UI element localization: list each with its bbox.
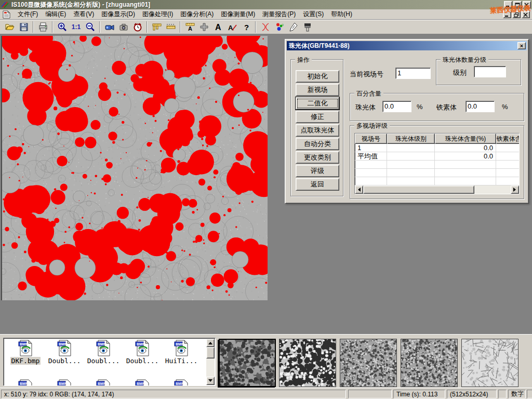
menu-image-display[interactable]: 图像显示(D) xyxy=(98,9,139,20)
svg-text:BMP: BMP xyxy=(20,382,28,385)
pearlite-percent-input[interactable]: 0.0 xyxy=(382,101,411,112)
thumbnail-4[interactable] xyxy=(401,339,458,387)
file-item-partial[interactable]: BMP xyxy=(7,379,44,386)
menu-image-process[interactable]: 图像处理(I) xyxy=(139,9,177,20)
thumbnail-1[interactable] xyxy=(219,339,276,387)
percent-group-label: 百分含量 xyxy=(354,89,383,98)
scroll-left-icon[interactable] xyxy=(355,185,363,194)
correct-button[interactable]: 修正 xyxy=(296,111,339,123)
menu-image-analysis[interactable]: 图像分析(A) xyxy=(177,9,217,20)
maximize-button[interactable] xyxy=(513,1,522,8)
file-item[interactable]: BMP Doubl... xyxy=(46,340,83,365)
table-row[interactable]: 1 0.0 xyxy=(355,144,519,152)
file-name[interactable]: Doubl... xyxy=(125,357,160,365)
mdi-minimize-button[interactable] xyxy=(503,11,511,18)
text-icon[interactable]: A xyxy=(211,20,225,33)
grade-input[interactable] xyxy=(474,66,506,77)
change-class-button[interactable]: 更改类别 xyxy=(296,151,339,164)
help-icon[interactable]: ? xyxy=(239,20,253,33)
file-item[interactable]: BMP Doubl... xyxy=(124,340,161,365)
grade-group-label: 珠光体数量分级 xyxy=(441,56,488,64)
col-pearlite-grade[interactable]: 珠光体级别 xyxy=(387,134,435,144)
cell-pearlite-pct: 0.0 xyxy=(435,152,496,160)
cell-ferrite-pct xyxy=(496,152,520,160)
actual-size-icon[interactable]: 1:1 xyxy=(69,20,83,33)
menu-image-measure[interactable]: 图像测量(M) xyxy=(217,9,259,20)
file-item[interactable]: BMP DKF.bmp xyxy=(7,340,44,365)
scroll-thumb[interactable] xyxy=(363,185,474,194)
dialog-close-icon[interactable]: × xyxy=(517,42,526,49)
mdi-close-button[interactable] xyxy=(522,11,530,18)
binarize-button[interactable]: 二值化 xyxy=(296,97,339,110)
minimize-button[interactable] xyxy=(504,1,512,8)
bmp-file-icon: BMP xyxy=(57,379,72,386)
curve-tool-icon[interactable] xyxy=(258,20,272,33)
thumbnail-2[interactable] xyxy=(279,339,336,387)
mdi-restore-button[interactable] xyxy=(512,11,521,18)
thumbnail-3[interactable] xyxy=(340,339,397,387)
init-button[interactable]: 初始化 xyxy=(296,70,339,83)
scroll-up-icon[interactable] xyxy=(206,339,215,347)
file-item[interactable]: BMP HuiTi... xyxy=(163,340,200,365)
svg-text:A: A xyxy=(188,25,192,32)
pick-pearlite-button[interactable]: 点取珠光体 xyxy=(296,124,339,137)
menu-edit[interactable]: 编辑(E) xyxy=(42,9,70,20)
scroll-right-icon[interactable] xyxy=(511,185,519,194)
col-pearlite-pct[interactable]: 珠光体含量(%) xyxy=(435,134,496,144)
rate-button[interactable]: 评级 xyxy=(296,165,339,177)
current-field-input[interactable]: 1 xyxy=(395,68,431,79)
color-particles-icon[interactable]: 3 xyxy=(272,20,286,33)
ferrite-percent-input[interactable]: 0.0 xyxy=(466,101,495,112)
ferrite-percent-sign: % xyxy=(502,103,508,111)
pen-tool-icon[interactable] xyxy=(286,20,300,33)
table-horizontal-scrollbar[interactable] xyxy=(355,185,519,194)
scroll-down-icon[interactable] xyxy=(206,377,215,385)
menu-help[interactable]: 帮助(H) xyxy=(327,9,356,20)
svg-text:BMP: BMP xyxy=(137,342,145,346)
blank-status xyxy=(498,390,507,398)
auto-classify-button[interactable]: 自动分类 xyxy=(296,138,339,150)
file-list-scrollbar[interactable] xyxy=(206,339,215,385)
menu-view[interactable]: 查看(V) xyxy=(70,9,98,20)
svg-text:BMP: BMP xyxy=(59,382,67,385)
file-item-partial[interactable]: BMP xyxy=(85,379,122,386)
camera-icon[interactable] xyxy=(116,20,130,33)
file-name[interactable]: HuiTi... xyxy=(164,357,199,365)
open-icon[interactable] xyxy=(3,20,17,33)
new-field-button[interactable]: 新视场 xyxy=(296,84,339,96)
caliper-icon[interactable] xyxy=(150,20,164,33)
document-icon[interactable] xyxy=(2,10,11,19)
table-row[interactable]: 平均值 0.0 xyxy=(355,152,519,161)
thumbnail-5[interactable] xyxy=(461,339,518,387)
zoom-out-icon[interactable] xyxy=(83,20,97,33)
save-icon[interactable] xyxy=(17,20,31,33)
file-item[interactable]: BMP Doubl... xyxy=(85,340,122,365)
timer-icon[interactable] xyxy=(130,20,144,33)
metallograph-image[interactable] xyxy=(1,36,268,300)
image-size-status: (512x512x24) xyxy=(447,390,497,398)
zoom-in-icon[interactable] xyxy=(55,20,69,33)
print-icon[interactable] xyxy=(36,20,50,33)
paint-brush-icon[interactable] xyxy=(300,20,314,33)
file-name[interactable]: Doubl... xyxy=(86,357,121,365)
move-cross-icon[interactable] xyxy=(197,20,211,33)
return-button[interactable]: 返回 xyxy=(296,178,339,191)
close-button[interactable] xyxy=(523,1,531,8)
ruler-icon[interactable] xyxy=(164,20,178,33)
annotate-icon[interactable]: A xyxy=(225,20,239,33)
col-field-no[interactable]: 视场号 xyxy=(355,134,387,144)
menu-settings[interactable]: 设置(S) xyxy=(299,9,327,20)
menu-report[interactable]: 测量报告(P) xyxy=(259,9,299,20)
file-name[interactable]: DKF.bmp xyxy=(10,357,41,365)
bottom-panel: BMP DKF.bmp BMP Doubl... BMP xyxy=(0,334,532,388)
file-item-partial[interactable]: BMP xyxy=(124,379,161,386)
dialog-title-bar[interactable]: 珠光体(GB/T9441-88) × xyxy=(287,41,527,50)
col-ferrite-pct[interactable]: 铁素体含量(%) xyxy=(496,134,520,144)
measure-text-icon[interactable]: A xyxy=(183,20,197,33)
file-name[interactable]: Doubl... xyxy=(47,357,82,365)
file-item-partial[interactable]: BMP xyxy=(46,379,83,386)
menu-file[interactable]: 文件(F) xyxy=(14,9,42,20)
file-item-partial[interactable]: BMP xyxy=(163,379,200,386)
scroll-thumb[interactable] xyxy=(206,347,215,358)
camcorder-icon[interactable] xyxy=(102,20,116,33)
